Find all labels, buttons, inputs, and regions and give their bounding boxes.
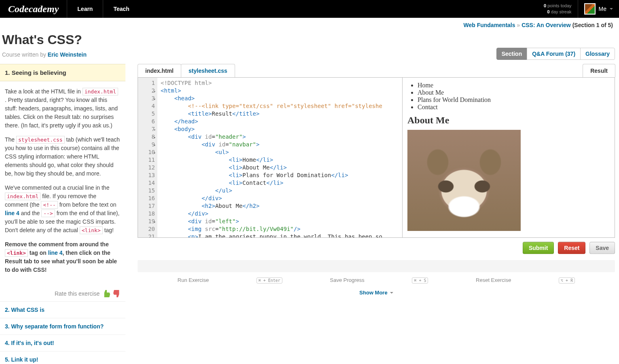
- author-link[interactable]: Eric Weinstein: [48, 51, 87, 58]
- line-gutter: 1 2 3 4 5 6 7 8 9 10 11 12 13 14 15 16 1: [138, 78, 157, 237]
- code-token: <!--: [41, 201, 57, 209]
- code-token: -->: [41, 210, 55, 217]
- result-heading: About Me: [407, 115, 610, 126]
- result-nav-item: Plans for World Domination: [418, 96, 610, 104]
- tab-result[interactable]: Result: [583, 64, 615, 77]
- code-token: index.html: [83, 88, 118, 95]
- code-content[interactable]: <!DOCTYPE html> <html> <head> <!--<link …: [157, 78, 386, 237]
- breadcrumb-section: (Section 1 of 5): [571, 22, 613, 28]
- result-nav-item: Contact: [418, 104, 610, 111]
- shortcut-run-kbd: ⌘ + Enter: [257, 277, 282, 284]
- pill-section[interactable]: Section: [496, 48, 528, 60]
- code-token: stylesheet.css: [16, 136, 65, 144]
- submit-button[interactable]: Submit: [523, 242, 554, 254]
- top-navbar: Codecademy Learn Teach 0 points today 0 …: [0, 0, 619, 18]
- user-menu[interactable]: Me: [578, 0, 619, 18]
- editor-area: index.html stylesheet.css Result 1 2 3 4…: [125, 64, 619, 364]
- code-token: index.html: [5, 193, 40, 200]
- lesson-item[interactable]: 4. If it's in, it's out!: [0, 335, 125, 351]
- save-button[interactable]: Save: [589, 242, 615, 254]
- user-stats: 0 points today 0 day streak: [538, 3, 578, 15]
- shortcut-save-kbd: ⌘ + S: [412, 277, 428, 284]
- reset-button[interactable]: Reset: [558, 242, 585, 254]
- shortcuts: Run Exercise ⌘ + Enter Save Progress ⌘ +…: [138, 272, 615, 288]
- nav-learn[interactable]: Learn: [67, 0, 103, 18]
- show-more-button[interactable]: Show More: [138, 288, 615, 297]
- sidebar: 1. Seeing is believing Take a look at th…: [0, 64, 125, 364]
- exercise-title: 1. Seeing is believing: [0, 64, 125, 81]
- result-nav-item: Home: [418, 82, 610, 89]
- result-nav-item: About Me: [418, 89, 610, 96]
- tab-index-html[interactable]: index.html: [138, 64, 181, 77]
- chevron-down-icon: [610, 8, 613, 10]
- lesson-item[interactable]: 2. What CSS is: [0, 302, 125, 318]
- breadcrumb: Web Fundamentals » CSS: An Overview (Sec…: [0, 18, 619, 30]
- action-buttons: Submit Reset Save: [138, 238, 615, 258]
- tab-pills: SectionQ&A Forum (37)Glossary: [497, 48, 615, 60]
- line-ref: line 4: [48, 250, 63, 256]
- result-image: [407, 130, 521, 231]
- line-ref: line 4: [5, 210, 19, 216]
- tab-stylesheet-css[interactable]: stylesheet.css: [181, 64, 235, 77]
- lesson-item[interactable]: 3. Why separate form from function?: [0, 318, 125, 335]
- logo[interactable]: Codecademy: [0, 4, 67, 15]
- instructions: Take a look at the HTML file in index.ht…: [0, 81, 125, 286]
- code-editor[interactable]: 1 2 3 4 5 6 7 8 9 10 11 12 13 14 15 16 1: [138, 78, 402, 237]
- code-token: <link>: [80, 226, 103, 234]
- shortcut-reset-kbd: ⌥ + R: [559, 277, 575, 284]
- breadcrumb-course[interactable]: Web Fundamentals: [463, 22, 515, 28]
- shortcut-run-label: Run Exercise: [178, 277, 209, 283]
- lesson-list: 2. What CSS is 3. Why separate form from…: [0, 301, 125, 364]
- nav-teach[interactable]: Teach: [103, 0, 139, 18]
- result-pane: Home About Me Plans for World Domination…: [402, 78, 615, 237]
- lesson-item[interactable]: 5. Link it up!: [0, 351, 125, 364]
- avatar: [584, 3, 596, 15]
- hints-bar: [138, 260, 615, 272]
- thumbs-down-icon[interactable]: [113, 290, 121, 297]
- pill-qa[interactable]: Q&A Forum (37): [527, 48, 581, 60]
- shortcut-reset-label: Reset Exercise: [476, 277, 511, 283]
- breadcrumb-lesson[interactable]: CSS: An Overview: [521, 22, 571, 28]
- code-token: <link>: [5, 249, 28, 257]
- pill-glossary[interactable]: Glossary: [580, 48, 615, 60]
- rate-exercise: Rate this exercise: [0, 286, 125, 301]
- thumbs-up-icon[interactable]: [103, 290, 110, 297]
- user-menu-label: Me: [599, 6, 606, 12]
- shortcut-save-label: Save Progress: [330, 277, 364, 283]
